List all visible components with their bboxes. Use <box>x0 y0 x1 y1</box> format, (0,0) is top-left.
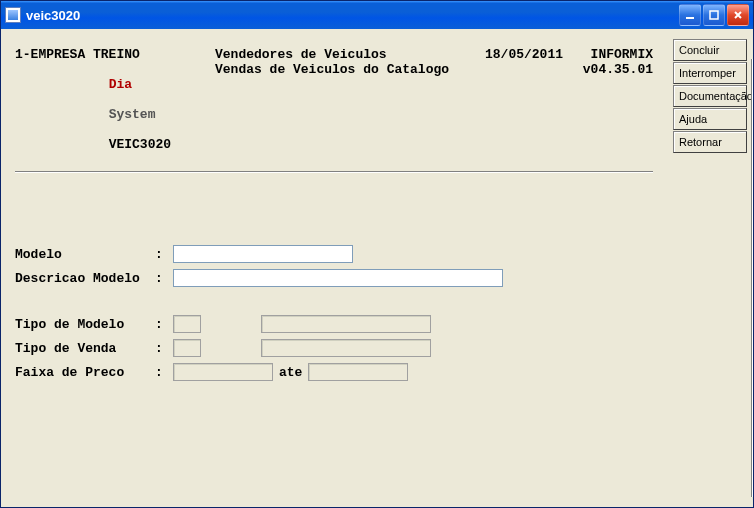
maximize-button[interactable] <box>703 4 725 26</box>
header-date: 18/05/2011 <box>463 47 563 62</box>
dia-label: Dia <box>109 77 132 92</box>
program-header: 1-EMPRESA TREINO Vendedores de Veiculos … <box>15 47 653 173</box>
company-name: 1-EMPRESA TREINO <box>15 47 215 62</box>
vertical-separator <box>751 59 753 497</box>
documentacao-button[interactable]: Documentação <box>673 85 747 107</box>
header-db: INFORMIX <box>563 47 653 62</box>
client-area: 1-EMPRESA TREINO Vendedores de Veiculos … <box>1 29 753 507</box>
window-controls <box>679 4 749 26</box>
faixa-preco-label: Faixa de Preco <box>15 365 155 380</box>
main-area: 1-EMPRESA TREINO Vendedores de Veiculos … <box>1 29 667 507</box>
preco-ate-input[interactable] <box>308 363 408 381</box>
tipo-modelo-desc <box>261 315 431 333</box>
screen-title-1: Vendedores de Veiculos <box>215 47 463 62</box>
titlebar: veic3020 <box>1 1 753 29</box>
tipo-modelo-code[interactable] <box>173 315 201 333</box>
tipo-venda-label: Tipo de Venda <box>15 341 155 356</box>
close-icon <box>732 9 744 21</box>
descricao-input[interactable] <box>173 269 503 287</box>
tipo-modelo-label: Tipo de Modelo <box>15 317 155 332</box>
screen-title-2: Vendas de Veiculos do Catalogo <box>215 62 463 167</box>
modelo-label: Modelo <box>15 247 155 262</box>
modelo-input[interactable] <box>173 245 353 263</box>
tipo-venda-code[interactable] <box>173 339 201 357</box>
app-window: veic3020 1-EMPRESA TREINO Vendedores de … <box>0 0 754 508</box>
minimize-button[interactable] <box>679 4 701 26</box>
maximize-icon <box>708 9 720 21</box>
close-button[interactable] <box>727 4 749 26</box>
window-title: veic3020 <box>26 8 679 23</box>
ajuda-button[interactable]: Ajuda <box>673 108 747 130</box>
minimize-icon <box>684 9 696 21</box>
svg-rect-0 <box>686 17 694 19</box>
form-area: Modelo : Descricao Modelo : Tipo de Mode… <box>15 243 653 383</box>
program-version: v04.35.01 <box>563 62 653 167</box>
concluir-button[interactable]: Concluir <box>673 39 747 61</box>
side-panel: Concluir Interromper Documentação Ajuda … <box>667 29 753 507</box>
preco-de-input[interactable] <box>173 363 273 381</box>
app-icon <box>5 7 21 23</box>
svg-rect-1 <box>710 11 718 19</box>
system-label: System <box>109 107 156 122</box>
interromper-button[interactable]: Interromper <box>673 62 747 84</box>
program-name: VEIC3020 <box>109 137 171 152</box>
header-separator <box>15 171 653 173</box>
retornar-button[interactable]: Retornar <box>673 131 747 153</box>
descricao-label: Descricao Modelo <box>15 271 155 286</box>
tipo-venda-desc <box>261 339 431 357</box>
ate-label: ate <box>279 365 302 380</box>
